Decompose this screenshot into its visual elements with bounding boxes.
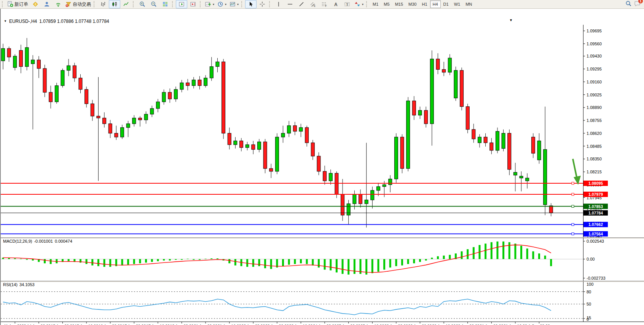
fibonacci-icon: F (321, 1, 327, 7)
toolbar-grip[interactable] (172, 1, 174, 7)
toolbar-grip[interactable] (269, 1, 271, 7)
svg-text:1.09695: 1.09695 (587, 29, 602, 33)
macd-histogram (2, 242, 552, 275)
notifications-button[interactable]: 1 (634, 0, 641, 8)
bar-chart-button[interactable] (97, 0, 109, 8)
label-tool-button[interactable]: T (341, 0, 353, 8)
svg-text:1.08215: 1.08215 (587, 170, 602, 174)
chevron-down-icon: ▾ (213, 3, 214, 6)
chart-title: ▼ EURUSD-,H4 1.07859 1.07886 1.07748 1.0… (4, 18, 109, 24)
timeframe-button-M1[interactable]: M1 (370, 0, 381, 8)
macd-pane[interactable]: 0.0025430.00-0.002733 (1, 238, 644, 281)
search-icon[interactable] (625, 0, 632, 8)
toolbar-grip[interactable] (366, 1, 368, 7)
template-icon (230, 1, 236, 7)
cursor-tool-button[interactable] (245, 0, 257, 8)
candlestick-chart-button[interactable] (109, 0, 120, 8)
chart-ohlc-values: 1.07859 1.07886 1.07748 1.07784 (39, 19, 109, 24)
svg-text:1.09160: 1.09160 (587, 80, 602, 84)
line-chart-icon (123, 1, 129, 7)
zoom-in-icon (139, 1, 145, 7)
svg-text:0.00: 0.00 (587, 257, 595, 261)
text-tool-button[interactable]: A (330, 0, 341, 8)
main-toolbar: 新订单 自动交易 ▾ ▾ ▾ (0, 0, 644, 9)
timeframe-button-M15[interactable]: M15 (392, 0, 406, 8)
chart-shift-button[interactable] (187, 0, 199, 8)
price-chart-pane[interactable]: 1.096951.095601.094301.092951.091601.090… (1, 25, 644, 237)
text-label-icon: T (344, 1, 350, 7)
signals-button[interactable] (53, 0, 64, 8)
auto-scroll-button[interactable] (176, 0, 187, 8)
new-order-label: 新订单 (14, 1, 28, 8)
svg-text:50: 50 (587, 302, 591, 306)
periods-button[interactable]: ▾ (216, 0, 228, 8)
horizontal-price-lines[interactable]: 1.080951.079791.078531.077841.076621.075… (1, 181, 608, 237)
arrows-icon (354, 1, 360, 7)
trendline-tool-button[interactable] (296, 0, 307, 8)
svg-text:1.09025: 1.09025 (587, 93, 602, 97)
toolbar-grip[interactable] (241, 1, 244, 7)
chart-shift-marker[interactable]: ▼ (509, 19, 513, 22)
notification-badge: 1 (638, 0, 643, 3)
toolbar-grip[interactable] (94, 1, 96, 7)
line-chart-button[interactable] (120, 0, 132, 8)
svg-text:1.07979: 1.07979 (588, 192, 603, 197)
trendline-icon (298, 1, 304, 7)
timeframe-button-M5[interactable]: M5 (381, 0, 392, 8)
crosshair-tool-button[interactable] (257, 0, 268, 8)
timeframe-button-MN[interactable]: MN (463, 0, 475, 8)
svg-text:1.08485: 1.08485 (587, 144, 602, 149)
vertical-line-tool-button[interactable] (273, 0, 284, 8)
svg-text:80: 80 (587, 290, 591, 294)
timeframe-button-H4[interactable]: H4 (430, 0, 441, 8)
down-arrow-annotation[interactable] (573, 159, 581, 185)
chevron-down-icon: ▾ (237, 3, 239, 6)
svg-text:-0.002733: -0.002733 (587, 276, 606, 280)
svg-text:0: 0 (587, 317, 589, 322)
svg-text:1.09560: 1.09560 (587, 42, 602, 46)
templates-button[interactable]: ▾ (228, 0, 240, 8)
svg-text:0.002543: 0.002543 (587, 239, 604, 243)
rsi-pane[interactable]: 1008050150 (1, 282, 644, 322)
tile-windows-icon (162, 1, 168, 7)
auto-scroll-icon (179, 1, 185, 7)
horizontal-line-tool-button[interactable] (284, 0, 296, 8)
zoom-out-button[interactable] (148, 0, 159, 8)
toolbar-grip[interactable] (2, 1, 4, 7)
toolbar-grip[interactable] (200, 1, 202, 7)
fibonacci-tool-button[interactable]: F (319, 0, 330, 8)
tile-windows-button[interactable] (159, 0, 171, 8)
styler-button[interactable] (30, 0, 41, 8)
svg-text:1.09430: 1.09430 (587, 54, 602, 58)
svg-text:1.08755: 1.08755 (587, 118, 602, 123)
channel-icon: E (310, 1, 316, 7)
chevron-down-icon: ▾ (362, 3, 363, 6)
svg-text:1.07564: 1.07564 (588, 232, 603, 236)
timeframe-button-W1[interactable]: W1 (451, 0, 463, 8)
indicators-button[interactable]: ▾ (204, 0, 216, 8)
channel-tool-button[interactable]: E (307, 0, 319, 8)
timeframe-button-H1[interactable]: H1 (419, 0, 430, 8)
text-icon: A (333, 1, 339, 7)
timeframe-button-D1[interactable]: D1 (441, 0, 451, 8)
svg-text:A: A (334, 2, 338, 7)
market-depth-button[interactable] (41, 0, 53, 8)
profile-icon (44, 1, 50, 7)
svg-text:1.07853: 1.07853 (588, 204, 603, 209)
shapes-tool-button[interactable]: ▾ (353, 0, 365, 8)
svg-text:1.09295: 1.09295 (587, 67, 602, 71)
svg-text:T: T (346, 3, 349, 6)
new-order-button[interactable]: 新订单 (6, 0, 30, 8)
autotrade-button[interactable]: 自动交易 (64, 0, 92, 8)
indicators-icon (205, 1, 211, 7)
svg-text:1.08620: 1.08620 (587, 131, 602, 136)
svg-text:1.08890: 1.08890 (587, 105, 602, 110)
new-order-icon (7, 1, 13, 7)
timeframe-button-M30[interactable]: M30 (406, 0, 419, 8)
toolbar-grip[interactable] (133, 1, 135, 7)
zoom-in-button[interactable] (137, 0, 148, 8)
collapse-triangle-icon[interactable]: ▼ (4, 20, 7, 23)
time-axis[interactable]: 11 Aug 202314 Aug 08:0015 Aug 00:0015 Au… (1, 322, 644, 325)
svg-text:100: 100 (587, 282, 593, 287)
vertical-line-icon (276, 1, 282, 7)
